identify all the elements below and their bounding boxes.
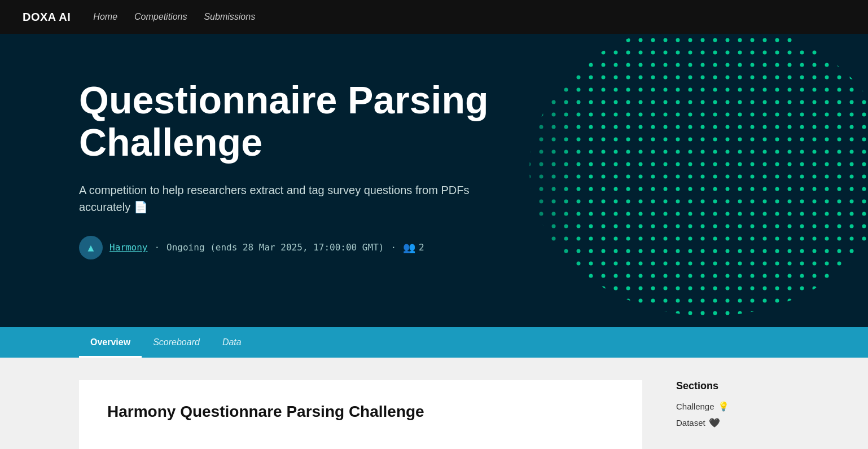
hero-description: A competition to help researchers extrac… [79, 182, 474, 215]
participants-count: 2 [419, 242, 424, 253]
dataset-emoji: 🖤 [709, 417, 720, 428]
hero-section: Questionnaire Parsing Challenge A compet… [0, 34, 868, 327]
tab-data[interactable]: Data [211, 327, 253, 358]
sidebar-sections-heading: Sections [676, 380, 789, 392]
content-title: Harmony Questionnare Parsing Challenge [107, 403, 614, 421]
dataset-label: Dataset [676, 418, 705, 428]
participants-info: 👥 2 [403, 241, 424, 253]
sidebar-link-dataset[interactable]: Dataset 🖤 [676, 417, 789, 428]
tab-scoreboard[interactable]: Scoreboard [142, 327, 211, 358]
competition-status: Ongoing (ends 28 Mar 2025, 17:00:00 GMT) [166, 242, 384, 253]
nav-link-competitions[interactable]: Competitions [134, 12, 187, 21]
nav-link-home[interactable]: Home [93, 12, 117, 21]
hero-content: Questionnaire Parsing Challenge A compet… [79, 79, 508, 259]
hero-dots-pattern [473, 34, 868, 327]
tabs-bar: Overview Scoreboard Data [0, 327, 868, 358]
challenge-emoji: 💡 [718, 401, 729, 412]
dot-separator-1: · [154, 242, 160, 253]
content-body: Harmony Questionnare Parsing Challenge [79, 380, 642, 449]
challenge-label: Challenge [676, 402, 714, 411]
nav-link-submissions[interactable]: Submissions [204, 12, 255, 21]
sidebar-link-challenge[interactable]: Challenge 💡 [676, 401, 789, 412]
hero-title: Questionnaire Parsing Challenge [79, 79, 508, 164]
nav-item-competitions[interactable]: Competitions [134, 12, 187, 22]
org-avatar: ▲ [79, 236, 103, 259]
participants-icon: 👥 [403, 241, 415, 253]
org-avatar-icon: ▲ [88, 241, 94, 253]
tab-overview[interactable]: Overview [79, 327, 142, 358]
brand-logo[interactable]: DOXA AI [23, 11, 71, 24]
org-link[interactable]: Harmony [109, 242, 147, 253]
main-content: Harmony Questionnare Parsing Challenge S… [0, 358, 868, 449]
hero-meta: ▲ Harmony · Ongoing (ends 28 Mar 2025, 1… [79, 236, 508, 259]
sidebar: Sections Challenge 💡 Dataset 🖤 [676, 380, 789, 449]
nav-item-submissions[interactable]: Submissions [204, 12, 255, 22]
dot-separator-2: · [391, 242, 396, 253]
navbar: DOXA AI Home Competitions Submissions [0, 0, 868, 34]
nav-links: Home Competitions Submissions [93, 12, 255, 22]
nav-item-home[interactable]: Home [93, 12, 117, 22]
